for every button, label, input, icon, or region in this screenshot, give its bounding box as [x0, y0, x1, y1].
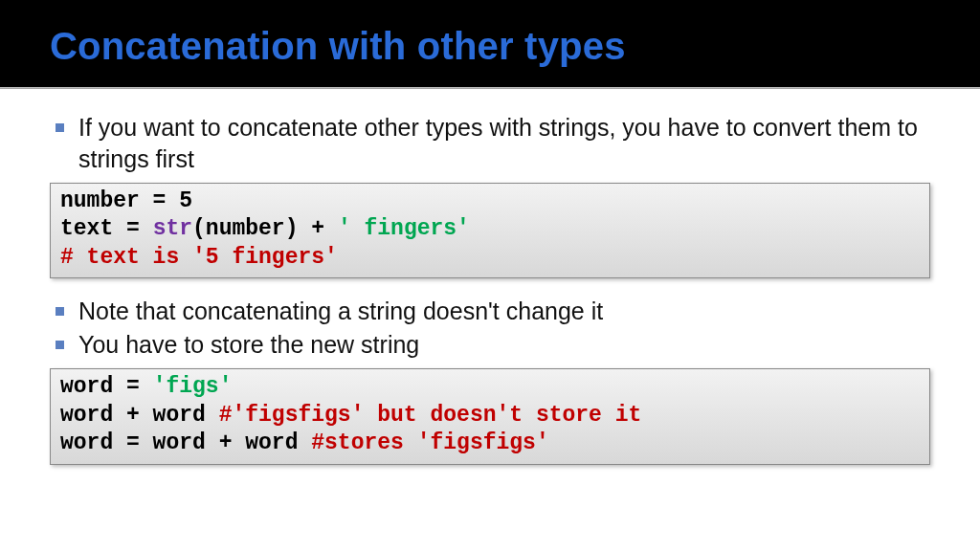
slide-body: If you want to concatenate other types w… [0, 89, 980, 551]
code-token: word = [60, 374, 153, 399]
code-token: word + word [60, 403, 219, 428]
code-token-comment: #stores 'figsfigs' [311, 430, 548, 455]
code-line: word + word #'figsfigs' but doesn't stor… [60, 402, 920, 430]
code-token-string: 'figs' [153, 374, 233, 399]
code-token-string: ' fingers' [338, 216, 470, 241]
bullet-list-2: Note that concatenating a string doesn't… [50, 296, 930, 361]
bullet-item: If you want to concatenate other types w… [50, 112, 930, 175]
code-token: (number) + [192, 216, 338, 241]
code-line: number = 5 [60, 187, 920, 215]
code-block-2: word = 'figs' word + word #'figsfigs' bu… [50, 368, 930, 464]
code-line: word = word + word #stores 'figsfigs' [60, 430, 920, 457]
code-token-keyword: str [153, 216, 192, 241]
bullet-item: You have to store the new string [50, 329, 930, 361]
code-token-comment: # text is '5 fingers' [60, 245, 338, 270]
code-line: text = str(number) + ' fingers' [60, 215, 920, 243]
code-line: # text is '5 fingers' [60, 244, 920, 272]
code-token: word = word + word [60, 430, 311, 455]
code-line: word = 'figs' [60, 373, 920, 401]
slide-title: Concatenation with other types [50, 25, 930, 68]
code-token: number = 5 [60, 188, 192, 213]
bullet-list-1: If you want to concatenate other types w… [50, 112, 930, 175]
code-token: text = [60, 216, 153, 241]
code-token-comment: #'figsfigs' but doesn't store it [219, 403, 642, 428]
bullet-item: Note that concatenating a string doesn't… [50, 296, 930, 327]
title-bar: Concatenation with other types [0, 0, 980, 87]
code-block-1: number = 5 text = str(number) + ' finger… [50, 183, 930, 278]
slide: Concatenation with other types If you wa… [0, 0, 980, 551]
